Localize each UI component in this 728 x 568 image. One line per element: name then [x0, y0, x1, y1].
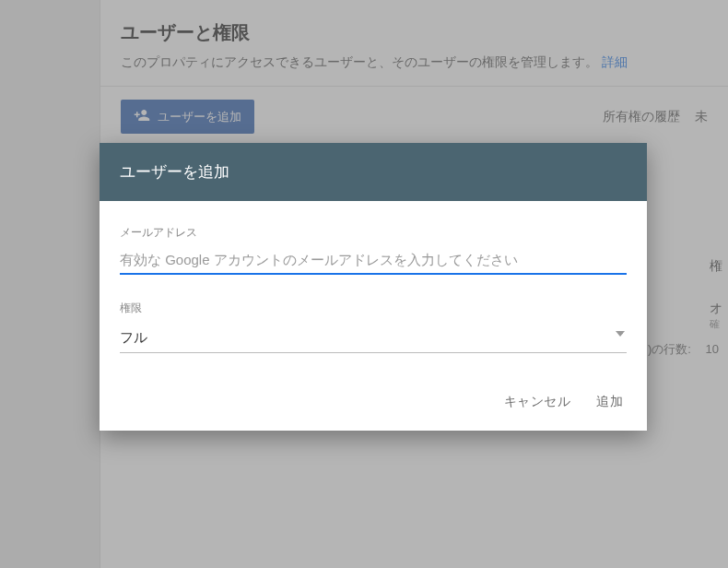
modal-footer: キャンセル 追加 — [100, 372, 647, 431]
add-user-modal: ユーザーを追加 メールアドレス 権限 フル キャンセル 追加 — [100, 143, 647, 431]
add-button[interactable]: 追加 — [596, 394, 623, 410]
email-field[interactable] — [120, 248, 627, 275]
email-label: メールアドレス — [120, 225, 627, 241]
chevron-down-icon — [616, 331, 625, 337]
modal-body: メールアドレス 権限 フル — [100, 201, 647, 372]
cancel-button[interactable]: キャンセル — [504, 394, 571, 410]
permission-select[interactable]: フル — [120, 324, 627, 353]
permission-label: 権限 — [120, 301, 627, 316]
permission-value: フル — [120, 329, 147, 345]
modal-title: ユーザーを追加 — [100, 143, 647, 201]
